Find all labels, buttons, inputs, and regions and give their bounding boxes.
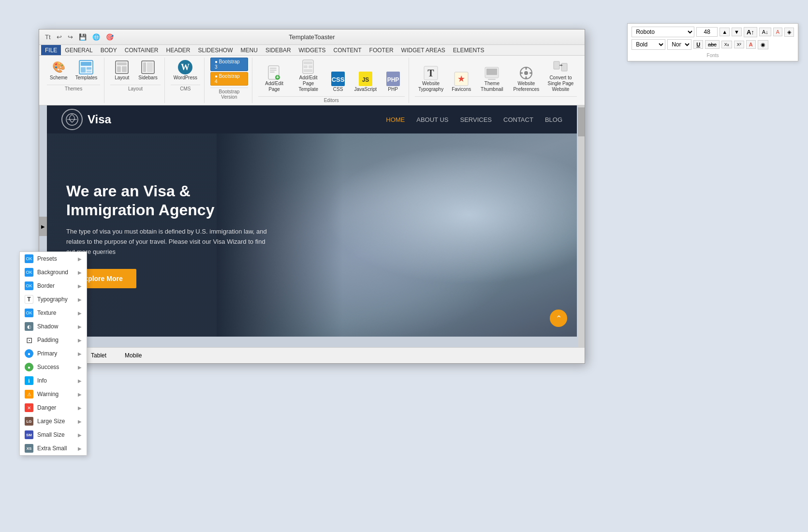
php-btn[interactable]: PHP PHP (382, 69, 405, 94)
font-color2-btn[interactable]: A (746, 40, 756, 49)
font-name-select[interactable]: Roboto (632, 27, 694, 37)
sidebars-btn[interactable]: Sidebars (135, 58, 160, 83)
ctx-shadow-icon: ◐ (25, 322, 33, 331)
svg-rect-37 (486, 69, 497, 75)
svg-rect-8 (122, 66, 127, 72)
css-btn[interactable]: CSS CSS (326, 69, 350, 94)
website-preview: Visa HOME ABOUT US SERVICES CONTACT BLOG… (47, 105, 577, 337)
strikethrough-btn[interactable]: abc (705, 40, 720, 49)
menu-slideshow[interactable]: SLIDESHOW (194, 45, 237, 55)
menu-widget-areas[interactable]: WIDGET AREAS (397, 45, 449, 55)
layout-btn[interactable]: Layout (110, 58, 133, 83)
nav-blog[interactable]: BLOG (545, 116, 562, 123)
menu-header[interactable]: HEADER (162, 45, 194, 55)
menu-container[interactable]: CONTAINER (121, 45, 162, 55)
scrollbar-thumb[interactable] (578, 107, 585, 136)
theme-thumbnail-btn[interactable]: Theme Thumbnail (476, 63, 508, 94)
underline-btn[interactable]: U (693, 40, 703, 49)
javascript-btn[interactable]: JS JavaScript (352, 69, 379, 94)
templates-btn[interactable]: Templates (73, 58, 101, 83)
css-icon: CSS (330, 71, 346, 87)
ctx-presets[interactable]: OK Presets ▶ (20, 252, 87, 266)
font-size-up-btn[interactable]: ▲ (720, 28, 730, 36)
scheme-btn[interactable]: 🎨 Scheme (47, 58, 71, 83)
ctx-border[interactable]: OK Border ▶ (20, 279, 87, 293)
add-edit-template-btn[interactable]: Add/Edit Page Template (292, 58, 324, 94)
svg-rect-46 (561, 63, 567, 71)
save-btn[interactable]: 💾 (77, 32, 88, 42)
ctx-extra-small[interactable]: XS Extra Small ▶ (20, 442, 87, 455)
menu-content[interactable]: CONTENT (330, 45, 366, 55)
ctx-padding[interactable]: ⊡ Padding ▶ (20, 333, 87, 347)
ctx-primary[interactable]: ● Primary ▶ (20, 347, 87, 360)
font-size-input[interactable] (696, 27, 718, 37)
svg-rect-1 (81, 62, 91, 66)
ctx-typography[interactable]: T Typography ▶ (20, 293, 87, 306)
ctx-extra-small-icon: XS (25, 444, 33, 453)
menu-sidebar[interactable]: SIDEBAR (262, 45, 295, 55)
convert-single-page-btn[interactable]: Convert to Single Page Website (544, 58, 577, 94)
website-typography-btn[interactable]: T Website Typography (415, 63, 447, 94)
add-edit-page-label: Add/Edit Page (261, 81, 288, 92)
nav-services[interactable]: SERVICES (460, 116, 492, 123)
ctx-info[interactable]: ℹ Info ▶ (20, 374, 87, 387)
bootstrap3-btn[interactable]: ● Bootstrap 3 (210, 58, 248, 71)
ctx-texture[interactable]: OK Texture ▶ (20, 306, 87, 320)
ctx-large-size[interactable]: LG Large Size ▶ (20, 414, 87, 428)
svg-rect-18 (270, 72, 275, 73)
wordpress-btn[interactable]: W WordPress (171, 58, 200, 83)
ctx-warning[interactable]: ⚠ Warning ▶ (20, 387, 87, 401)
svg-rect-2 (81, 67, 86, 73)
menu-file[interactable]: FILE (41, 45, 61, 55)
scroll-top-btn[interactable]: ⌃ (550, 310, 567, 327)
font-shrink-btn[interactable]: A↓ (759, 28, 771, 36)
ctx-background[interactable]: OK Background ▶ (20, 266, 87, 279)
device-tab-mobile[interactable]: Mobile (117, 350, 150, 361)
subscript-btn[interactable]: X₂ (721, 41, 732, 48)
redo-btn[interactable]: ↪ (66, 32, 75, 42)
undo-btn[interactable]: ↩ (55, 32, 64, 42)
font-highlight-btn[interactable]: ◈ (784, 28, 794, 37)
superscript-btn[interactable]: X² (734, 41, 744, 48)
ribbon-content: 🎨 Scheme Templates Themes (39, 56, 585, 105)
font-grow-btn[interactable]: A↑ (744, 27, 757, 37)
ctx-shadow[interactable]: ◐ Shadow ▶ (20, 320, 87, 333)
wp-btn[interactable]: 🎯 (104, 32, 116, 42)
nav-home[interactable]: HOME (386, 116, 405, 123)
font-style-select[interactable]: Bold Regular Italic (632, 39, 665, 50)
site-hero: We are an Visa & Immigration Agency The … (47, 133, 577, 337)
layout-icon (114, 59, 130, 75)
font-color-btn[interactable]: A (773, 28, 782, 36)
add-edit-page-btn[interactable]: + Add/Edit Page (258, 63, 291, 94)
ribbon: 🎨 Scheme Templates Themes (39, 56, 585, 105)
nav-contact[interactable]: CONTACT (503, 116, 533, 123)
menu-menu[interactable]: MENU (237, 45, 262, 55)
svg-rect-45 (554, 61, 559, 69)
svg-point-40 (524, 71, 528, 75)
font-toolbar-row-1: Roboto ▲ ▼ A↑ A↓ A ◈ (632, 27, 794, 37)
fonts-label: Fonts (632, 53, 794, 58)
canvas-scrollbar[interactable] (578, 105, 585, 347)
font-highlight2-btn[interactable]: ◉ (758, 40, 768, 49)
browser-btn[interactable]: 🌐 (90, 32, 102, 42)
ctx-danger[interactable]: ✕ Danger ▶ (20, 401, 87, 414)
menu-general[interactable]: GENERAL (61, 45, 96, 55)
font-size-down-btn[interactable]: ▼ (732, 28, 742, 36)
menu-elements[interactable]: ELEMENTS (449, 45, 488, 55)
title-bar: Tt ↩ ↪ 💾 🌐 🎯 TemplateToaster (39, 30, 585, 45)
favicons-label: Favicons (452, 87, 471, 92)
canvas-scroll-left[interactable]: ▶ (39, 217, 47, 236)
svg-rect-3 (87, 67, 91, 70)
menu-body[interactable]: BODY (97, 45, 121, 55)
menu-widgets[interactable]: WIDGETS (295, 45, 330, 55)
ctx-small-size[interactable]: SM Small Size ▶ (20, 428, 87, 442)
font-none-select[interactable]: None (667, 39, 691, 50)
device-tab-tablet[interactable]: Tablet (83, 350, 115, 361)
ctx-success[interactable]: ● Success ▶ (20, 360, 87, 374)
nav-about[interactable]: ABOUT US (416, 116, 448, 123)
website-preferences-icon (518, 65, 534, 81)
menu-footer[interactable]: FOOTER (366, 45, 397, 55)
favicons-btn[interactable]: ★ Favicons (449, 69, 474, 94)
bootstrap4-btn[interactable]: ● Bootstrap 4 (210, 72, 248, 86)
website-preferences-btn[interactable]: Website Preferences (510, 63, 543, 94)
